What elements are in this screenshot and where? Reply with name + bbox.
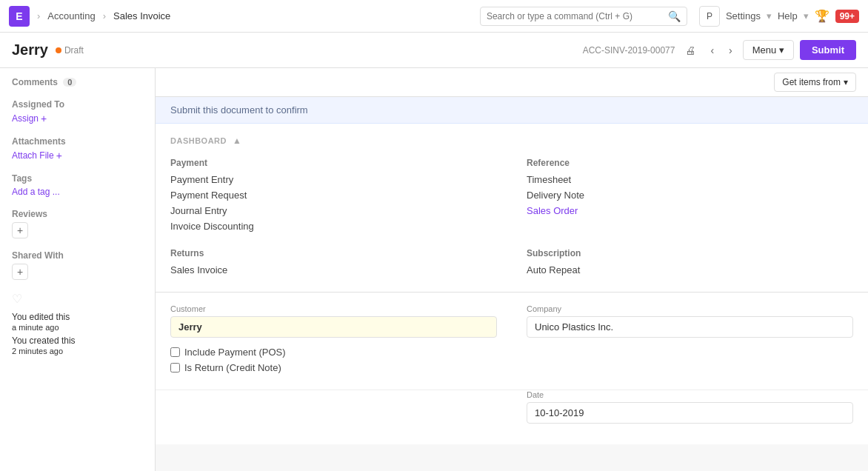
dashboard-reference-title: Reference bbox=[527, 158, 853, 168]
prev-record-button[interactable]: ‹ bbox=[706, 41, 718, 59]
attachments-label: Attachments bbox=[12, 136, 143, 147]
dashboard-timesheet[interactable]: Timesheet bbox=[527, 174, 853, 185]
dashboard-collapse-icon[interactable]: ▲ bbox=[233, 136, 241, 146]
sidebar-activity: You edited this a minute ago You created… bbox=[12, 312, 143, 356]
heart-icon[interactable]: ♡ bbox=[12, 292, 143, 306]
comments-label: Comments 0 bbox=[12, 77, 143, 87]
dashboard-payment-col: Payment Payment Entry Payment Request Jo… bbox=[170, 158, 497, 236]
page-header: Jerry Draft ACC-SINV-2019-00077 🖨 ‹ › Me… bbox=[0, 33, 868, 68]
customer-label: Customer bbox=[170, 304, 497, 313]
attach-plus-icon: + bbox=[56, 150, 62, 161]
record-id: ACC-SINV-2019-00077 bbox=[583, 45, 675, 56]
dashboard-journal-entry[interactable]: Journal Entry bbox=[170, 205, 497, 216]
add-review-button[interactable]: + bbox=[12, 222, 28, 238]
activity-time-2: 2 minutes ago bbox=[12, 347, 63, 355]
breadcrumb-chevron-1: › bbox=[37, 10, 40, 21]
activity-time-1: a minute ago bbox=[12, 323, 59, 332]
content-toolbar: Get items from ▾ bbox=[156, 68, 868, 97]
dashboard-auto-repeat[interactable]: Auto Repeat bbox=[527, 264, 853, 275]
submit-button[interactable]: Submit bbox=[800, 40, 856, 60]
status-badge: Draft bbox=[56, 45, 84, 56]
dashboard-header: DASHBOARD ▲ bbox=[170, 136, 853, 146]
is-return-row: Is Return (Credit Note) bbox=[170, 362, 853, 373]
sidebar-shared-with: Shared With + bbox=[12, 250, 143, 280]
dashboard-subscription-col: Subscription Auto Repeat bbox=[527, 248, 853, 280]
assigned-to-label: Assigned To bbox=[12, 99, 143, 110]
dashboard-invoice-discounting[interactable]: Invoice Discounting bbox=[170, 221, 497, 232]
activity-item-2: You created this 2 minutes ago bbox=[12, 335, 143, 356]
sidebar-attachments: Attachments Attach File + bbox=[12, 136, 143, 161]
nav-right-actions: P Settings ▾ Help ▾ 🏆 99+ bbox=[699, 6, 859, 27]
help-button[interactable]: Help bbox=[778, 10, 798, 21]
page-header-right: ACC-SINV-2019-00077 🖨 ‹ › Menu ▾ Submit bbox=[583, 40, 856, 60]
activity-item-1: You edited this a minute ago bbox=[12, 312, 143, 333]
sidebar-assigned-to: Assigned To Assign + bbox=[12, 99, 143, 124]
page-title: Jerry bbox=[12, 41, 48, 59]
breadcrumb-accounting[interactable]: Accounting bbox=[47, 10, 95, 21]
tags-label: Tags bbox=[12, 173, 143, 184]
sidebar-comments: Comments 0 bbox=[12, 77, 143, 87]
company-group: Company bbox=[527, 304, 853, 338]
menu-button[interactable]: Menu ▾ bbox=[743, 40, 794, 60]
submit-banner-text: Submit this document to confirm bbox=[170, 104, 308, 116]
add-tag-button[interactable]: Add a tag ... bbox=[12, 187, 143, 197]
form-grid: Customer Company bbox=[170, 304, 853, 347]
company-input[interactable] bbox=[527, 316, 853, 338]
include-payment-row: Include Payment (POS) bbox=[170, 347, 853, 358]
get-items-button[interactable]: Get items from ▾ bbox=[774, 73, 856, 92]
dashboard-grid: Payment Payment Entry Payment Request Jo… bbox=[170, 158, 853, 280]
draft-dot-icon bbox=[56, 47, 61, 53]
dashboard-sales-invoice[interactable]: Sales Invoice bbox=[170, 264, 497, 275]
date-group: Date bbox=[527, 390, 853, 424]
form-section: Customer Company Include Payment (POS) I… bbox=[156, 293, 868, 390]
add-shared-button[interactable]: + bbox=[12, 264, 28, 280]
user-avatar[interactable]: P bbox=[699, 6, 720, 27]
dashboard-returns-title: Returns bbox=[170, 248, 497, 258]
dashboard-title: DASHBOARD bbox=[170, 136, 227, 145]
breadcrumb-chevron-2: › bbox=[103, 10, 106, 21]
date-label: Date bbox=[527, 390, 853, 399]
search-input[interactable] bbox=[487, 11, 668, 21]
include-payment-checkbox[interactable] bbox=[170, 347, 180, 357]
date-input[interactable] bbox=[527, 402, 853, 424]
shared-with-label: Shared With bbox=[12, 250, 143, 261]
sidebar-tags: Tags Add a tag ... bbox=[12, 173, 143, 197]
attach-file-button[interactable]: Attach File + bbox=[12, 150, 143, 161]
next-record-button[interactable]: › bbox=[724, 41, 737, 59]
trophy-icon: 🏆 bbox=[815, 9, 829, 23]
dashboard-sales-order[interactable]: Sales Order bbox=[527, 205, 853, 216]
search-bar[interactable]: 🔍 bbox=[480, 7, 687, 26]
date-section: Date bbox=[156, 390, 868, 444]
get-items-label: Get items from bbox=[782, 77, 841, 87]
customer-input[interactable] bbox=[170, 316, 497, 338]
include-payment-label: Include Payment (POS) bbox=[184, 347, 286, 358]
dashboard-delivery-note[interactable]: Delivery Note bbox=[527, 190, 853, 201]
assign-button[interactable]: Assign + bbox=[12, 113, 143, 124]
dashboard-payment-title: Payment bbox=[170, 158, 497, 168]
sidebar-reviews: Reviews + bbox=[12, 209, 143, 238]
dashboard-payment-request[interactable]: Payment Request bbox=[170, 190, 497, 201]
customer-group: Customer bbox=[170, 304, 497, 338]
dashboard-subscription-title: Subscription bbox=[527, 248, 853, 258]
notification-badge[interactable]: 99+ bbox=[835, 10, 859, 23]
get-items-chevron-icon: ▾ bbox=[844, 77, 848, 87]
content-area: Get items from ▾ Submit this document to… bbox=[156, 68, 868, 471]
settings-button[interactable]: Settings bbox=[726, 10, 761, 21]
search-icon: 🔍 bbox=[668, 10, 681, 22]
is-return-checkbox[interactable] bbox=[170, 363, 180, 373]
reviews-label: Reviews bbox=[12, 209, 143, 219]
comments-count: 0 bbox=[63, 78, 76, 87]
submit-banner: Submit this document to confirm bbox=[156, 97, 868, 124]
sidebar: Comments 0 Assigned To Assign + Attachme… bbox=[0, 68, 156, 471]
breadcrumb-sales-invoice[interactable]: Sales Invoice bbox=[113, 10, 170, 21]
navbar: E › Accounting › Sales Invoice 🔍 P Setti… bbox=[0, 0, 868, 33]
main-layout: Comments 0 Assigned To Assign + Attachme… bbox=[0, 68, 868, 471]
status-text: Draft bbox=[64, 45, 84, 56]
print-button[interactable]: 🖨 bbox=[681, 41, 700, 59]
dashboard-returns-col: Returns Sales Invoice bbox=[170, 248, 497, 280]
dashboard-payment-entry[interactable]: Payment Entry bbox=[170, 174, 497, 185]
dashboard-reference-col: Reference Timesheet Delivery Note Sales … bbox=[527, 158, 853, 236]
app-logo[interactable]: E bbox=[9, 6, 30, 27]
date-form-grid: Date bbox=[170, 390, 853, 432]
company-label: Company bbox=[527, 304, 853, 313]
